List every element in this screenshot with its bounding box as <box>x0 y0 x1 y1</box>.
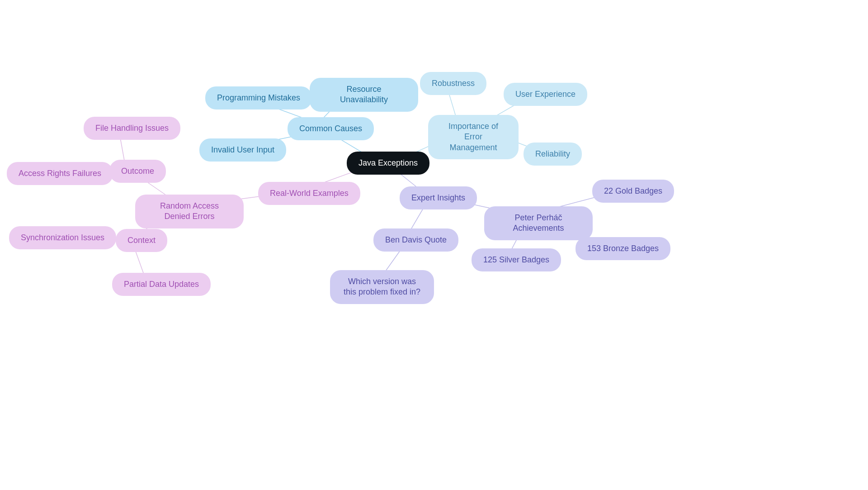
node-resource-unavailability[interactable]: Resource Unavailability <box>310 78 418 112</box>
node-context[interactable]: Context <box>116 229 167 252</box>
node-invalid-user-input[interactable]: Invalid User Input <box>199 138 286 162</box>
node-access-rights[interactable]: Access Rights Failures <box>7 162 113 185</box>
label: Resource Unavailability <box>321 84 406 105</box>
node-robustness[interactable]: Robustness <box>420 72 486 95</box>
node-programming-mistakes[interactable]: Programming Mistakes <box>205 86 312 109</box>
label: 22 Gold Badges <box>604 186 662 196</box>
root-label: Java Exceptions <box>359 158 418 168</box>
label: Context <box>127 235 156 246</box>
node-expert-insights[interactable]: Expert Insights <box>400 186 477 209</box>
label: Importance of Error Management <box>440 121 507 153</box>
label: User Experience <box>515 89 576 100</box>
label: 125 Silver Badges <box>483 255 549 265</box>
node-user-experience[interactable]: User Experience <box>504 83 587 106</box>
node-real-world[interactable]: Real-World Examples <box>258 182 360 205</box>
node-gold-badges[interactable]: 22 Gold Badges <box>592 180 674 203</box>
root-node[interactable]: Java Exceptions <box>347 152 429 175</box>
label: Which version was this problem fixed in? <box>342 276 422 298</box>
node-partial-data[interactable]: Partial Data Updates <box>112 273 211 296</box>
node-ben-davis[interactable]: Ben Davis Quote <box>373 228 458 252</box>
label: Access Rights Failures <box>19 168 101 179</box>
node-reliability[interactable]: Reliability <box>524 143 582 166</box>
node-importance[interactable]: Importance of Error Management <box>428 115 519 159</box>
label: 153 Bronze Badges <box>587 243 659 254</box>
label: Peter Perháč Achievements <box>496 213 581 234</box>
node-common-causes[interactable]: Common Causes <box>288 117 374 140</box>
node-sync-issues[interactable]: Synchronization Issues <box>9 226 116 249</box>
label: File Handling Issues <box>95 123 169 133</box>
label: Expert Insights <box>411 193 465 203</box>
node-silver-badges[interactable]: 125 Silver Badges <box>472 248 561 271</box>
label: Invalid User Input <box>211 145 274 155</box>
label: Reliability <box>535 149 570 159</box>
node-bronze-badges[interactable]: 153 Bronze Badges <box>576 237 670 260</box>
node-outcome[interactable]: Outcome <box>109 160 166 183</box>
label: Partial Data Updates <box>124 279 199 290</box>
node-file-handling[interactable]: File Handling Issues <box>84 117 180 140</box>
label: Real-World Examples <box>270 188 349 199</box>
label: Robustness <box>432 78 475 89</box>
label: Common Causes <box>299 124 362 134</box>
node-peter[interactable]: Peter Perháč Achievements <box>484 206 593 240</box>
label: Synchronization Issues <box>21 233 104 243</box>
mindmap-canvas: Java Exceptions Common Causes Programmin… <box>0 0 868 490</box>
node-ben-davis-quote[interactable]: Which version was this problem fixed in? <box>330 270 434 304</box>
label: Outcome <box>121 166 154 176</box>
label: Random Access Denied Errors <box>147 201 232 222</box>
label: Programming Mistakes <box>217 93 300 103</box>
node-random-access[interactable]: Random Access Denied Errors <box>135 195 244 228</box>
label: Ben Davis Quote <box>385 235 447 245</box>
